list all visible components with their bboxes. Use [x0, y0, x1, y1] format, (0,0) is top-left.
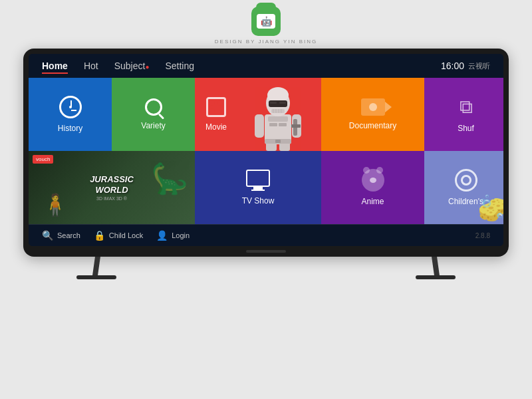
vouch-badge: vouch [33, 155, 53, 164]
version-number: 2.8.8 [475, 232, 490, 239]
anime-icon [362, 169, 384, 192]
nav-time-display: 16:00 [441, 61, 464, 71]
nav-tv-brand: 云视听 [468, 61, 490, 71]
spongebob-icon: 🧽 [477, 193, 503, 224]
nav-item-subject[interactable]: Subject● [114, 61, 150, 71]
svg-rect-17 [291, 124, 301, 128]
svg-rect-21 [275, 140, 281, 143]
person-icon: 👤 [156, 230, 168, 241]
movie-label: Movie [205, 122, 227, 132]
movie-icon [206, 97, 226, 117]
robot-icon: 🤖 [261, 16, 272, 27]
nav-item-setting[interactable]: Setting [165, 61, 194, 71]
branding-area: 🤖 DESIGN BY JIANG YIN BING [215, 0, 317, 49]
nav-item-home[interactable]: Home [42, 61, 68, 71]
history-icon [59, 96, 82, 118]
svg-rect-7 [270, 102, 277, 104]
variety-label: Variety [141, 121, 165, 130]
tv-stands [23, 257, 509, 279]
shuffle-icon: ⧉ [460, 96, 473, 118]
tv-screen: Home Hot Subject● Setting 16:00 云视听 [29, 54, 503, 246]
nav-bar: Home Hot Subject● Setting 16:00 云视听 [29, 54, 503, 78]
lock-icon: 🔒 [94, 230, 105, 241]
search-icon: 🔍 [42, 230, 53, 241]
nav-item-hot[interactable]: Hot [84, 61, 98, 71]
tile-history[interactable]: History [29, 78, 112, 151]
designer-text: DESIGN BY JIANG YIN BING [215, 39, 317, 45]
search-button[interactable]: 🔍 Search [42, 230, 80, 241]
stormtrooper-image [235, 78, 321, 151]
nav-items: Home Hot Subject● Setting [42, 61, 441, 71]
svg-rect-14 [255, 114, 264, 138]
jurassic-subtitle: 3D IMAX 3D ® [96, 196, 127, 201]
tile-anime[interactable]: Anime [321, 151, 424, 224]
svg-rect-2 [269, 123, 277, 126]
documentary-icon [361, 98, 385, 116]
tile-shuffle[interactable]: ⧉ Shuf [424, 78, 503, 151]
dino-icon: 🦕 [151, 161, 188, 196]
anime-label: Anime [361, 197, 384, 206]
shuffle-label: Shuf [458, 124, 474, 133]
tv-frame: Home Hot Subject● Setting 16:00 云视听 [23, 49, 509, 257]
nav-time-area: 16:00 云视听 [441, 61, 490, 71]
login-button[interactable]: 👤 Login [156, 230, 190, 241]
tile-documentary[interactable]: Documentary [321, 78, 424, 151]
tile-voucher[interactable]: vouch 🦕 🧍 JURASSICWORLD 3D IMAX 3D ® [29, 151, 195, 224]
tile-tvshow[interactable]: TV Show [195, 151, 321, 224]
svg-rect-1 [268, 116, 288, 122]
tvshow-label: TV Show [242, 196, 275, 205]
childlock-button[interactable]: 🔒 Child Lock [94, 230, 143, 241]
man-figure: 🧍 [42, 192, 68, 217]
tile-movie[interactable]: Movie [195, 78, 321, 151]
tile-children[interactable]: Children's 🧽 [424, 151, 503, 224]
tile-variety[interactable]: Variety [112, 78, 195, 151]
tvshow-icon [246, 170, 270, 187]
svg-rect-8 [279, 102, 286, 104]
documentary-label: Documentary [349, 121, 396, 130]
svg-rect-3 [279, 123, 287, 126]
variety-icon [145, 98, 162, 116]
brand-logo: 🤖 [251, 7, 281, 36]
content-grid: History Variety [29, 78, 503, 224]
bottom-bar: 🔍 Search 🔒 Child Lock 👤 Login 2.8.8 [29, 224, 503, 246]
children-icon [455, 169, 477, 192]
history-label: History [58, 124, 82, 133]
jurassic-title: JURASSICWORLD [90, 174, 134, 195]
